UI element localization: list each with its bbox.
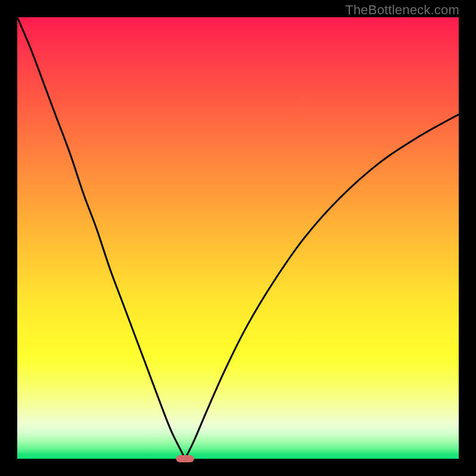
watermark-text: TheBottleneck.com — [345, 2, 459, 18]
plot-area — [17, 17, 459, 459]
curve-path — [17, 17, 459, 459]
bottleneck-curve — [17, 17, 459, 459]
optimal-marker — [176, 455, 194, 462]
chart-frame: TheBottleneck.com — [0, 0, 476, 476]
